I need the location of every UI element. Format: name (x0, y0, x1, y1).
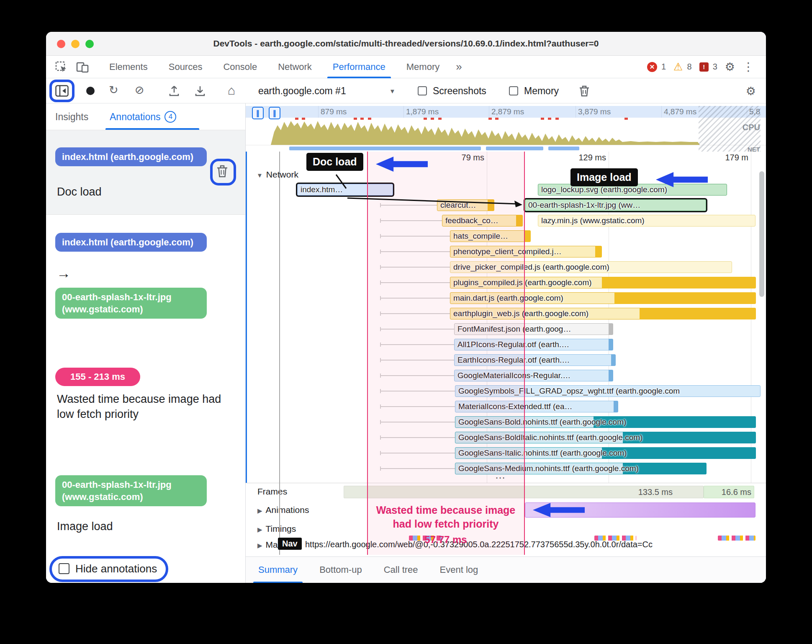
tab-performance[interactable]: Performance (322, 56, 396, 78)
request-label: FontManifest.json (earth.goog… (455, 324, 574, 335)
profile-select[interactable]: earth.google.com #1 (258, 85, 346, 97)
network-request[interactable]: plugins_compiled.js (earth.google.com) (450, 277, 755, 289)
network-request[interactable]: GoogleSymbols_FILL_GRAD_opsz_wght.ttf (e… (455, 385, 761, 397)
trash-icon[interactable] (216, 164, 229, 178)
network-request[interactable]: GoogleMaterialIcons-Regular.… (454, 370, 613, 381)
network-request[interactable]: feedback_co… (442, 215, 522, 227)
issues-icon[interactable]: ! (699, 62, 709, 72)
tab-insights[interactable]: Insights (55, 103, 88, 130)
tab-call-tree[interactable]: Call tree (373, 557, 429, 583)
disclosure-right-icon: ▶ (257, 526, 262, 533)
annotation-range-pill[interactable]: 155 - 213 ms (55, 368, 140, 386)
tab-event-log[interactable]: Event log (429, 557, 489, 583)
network-request[interactable]: GoogleSans-Medium.nohints.ttf (earth.goo… (455, 463, 706, 474)
memory-label: Memory (524, 85, 559, 97)
more-tabs-icon[interactable]: » (450, 60, 468, 73)
tab-sources[interactable]: Sources (158, 56, 213, 78)
network-track-header[interactable]: ▼Network (257, 170, 298, 180)
more-requests-ellipsis[interactable]: ⋯ (495, 472, 506, 484)
network-request[interactable]: 00-earth-splash-1x-ltr.jpg (ww… (525, 199, 706, 211)
track-selection-indicator (246, 152, 247, 483)
overview-tick: 3,879 ms (578, 107, 611, 116)
tab-summary[interactable]: Summary (247, 557, 308, 583)
download-profile-icon[interactable] (194, 85, 206, 97)
annotation-chip-image[interactable]: 00-earth-splash-1x-ltr.jpg (www.gstatic.… (55, 475, 207, 506)
warning-icon[interactable]: ⚠ (673, 62, 683, 72)
settings-gear-icon[interactable]: ⚙ (725, 60, 735, 74)
record-button[interactable] (86, 87, 95, 95)
network-request[interactable]: drive_picker_compiled.js (earth.google.c… (450, 261, 732, 273)
tab-network[interactable]: Network (267, 56, 322, 78)
reload-and-record-icon[interactable]: ↻ (109, 85, 118, 96)
network-request[interactable]: hats_compile… (450, 230, 530, 242)
network-request[interactable]: All1PIcons-Regular.otf (earth.… (454, 339, 613, 350)
tab-bottom-up[interactable]: Bottom-up (308, 557, 373, 583)
tab-memory[interactable]: Memory (396, 56, 450, 78)
hide-annotations-checkbox[interactable] (59, 563, 69, 574)
network-request[interactable]: earthplugin_web.js (earth.google.com) (450, 308, 755, 319)
annotation-card-doc-load[interactable] (46, 130, 245, 215)
navigation-start-line (279, 152, 280, 555)
home-icon[interactable]: ⌂ (228, 84, 235, 97)
request-whisker (380, 220, 442, 221)
network-request[interactable]: phenotype_client_compiled.j… (450, 246, 601, 258)
animations-label[interactable]: ▶Animations (257, 505, 309, 515)
network-request[interactable]: GoogleSans-BoldItalic.nohints.ttf (earth… (455, 432, 755, 443)
tab-console[interactable]: Console (213, 56, 267, 78)
tab-annotations[interactable]: Annotations 4 (110, 103, 176, 130)
hide-annotations-label: Hide annotations (75, 562, 157, 575)
disclosure-down-icon: ▼ (257, 172, 263, 179)
pause-handle-left-icon[interactable]: ∥ (252, 107, 264, 119)
minimize-window-button[interactable] (71, 40, 80, 48)
disclosure-right-icon: ▶ (257, 542, 262, 549)
error-icon[interactable]: ✕ (647, 62, 657, 72)
screenshots-label: Screenshots (433, 85, 486, 97)
inspect-element-icon[interactable] (55, 61, 67, 73)
upload-profile-icon[interactable] (168, 85, 180, 97)
request-label: clearcut… (437, 200, 479, 211)
annotation-chip-link-from[interactable]: index.html (earth.google.com) (55, 233, 207, 252)
main-label[interactable]: ▶Ma (257, 540, 278, 550)
tab-elements[interactable]: Elements (99, 56, 158, 78)
request-label: GoogleSans-Italic.nohints.ttf (earth.goo… (455, 448, 630, 459)
request-active-segment (488, 199, 494, 211)
device-toolbar-icon[interactable] (76, 61, 89, 73)
timeline-overview[interactable]: 879 ms1,879 ms2,879 ms3,879 ms4,879 ms5,… (246, 106, 766, 152)
request-label: lazy.min.js (www.gstatic.com) (538, 215, 648, 226)
chevron-down-icon[interactable]: ▼ (389, 88, 396, 95)
annotation-label-image-load: Image load (57, 520, 113, 533)
annotation-chip-index-html[interactable]: index.html (earth.google.com) (55, 147, 207, 166)
close-window-button[interactable] (57, 40, 65, 48)
clear-icon[interactable]: ⊘ (135, 85, 144, 96)
network-request[interactable]: index.htm… (297, 184, 393, 196)
network-request[interactable]: lazy.min.js (www.gstatic.com) (538, 215, 755, 227)
capture-settings-gear-icon[interactable]: ⚙ (746, 85, 756, 98)
kebab-menu-icon[interactable]: ⋮ (739, 60, 758, 74)
frames-track[interactable]: Frames 133.5 ms 16.6 ms (246, 483, 766, 501)
panel-toggle-icon[interactable] (55, 85, 69, 97)
network-request[interactable]: main.dart.js (earth.google.com) (450, 292, 755, 304)
collect-garbage-icon[interactable] (578, 85, 590, 97)
memory-checkbox[interactable] (509, 86, 518, 95)
net-overview (246, 145, 766, 152)
devtools-tab-strip: ElementsSourcesConsoleNetworkPerformance… (99, 56, 450, 78)
request-whisker (380, 236, 450, 237)
request-whisker (380, 422, 455, 422)
network-request[interactable]: GoogleSans-Italic.nohints.ttf (earth.goo… (455, 447, 755, 459)
network-request[interactable]: clearcut… (437, 199, 494, 211)
zoom-window-button[interactable] (85, 40, 94, 48)
request-label: GoogleSans-Medium.nohints.ttf (earth.goo… (455, 463, 642, 474)
request-label: earthplugin_web.js (earth.google.com) (450, 308, 591, 319)
screenshots-checkbox[interactable] (418, 86, 427, 95)
overview-tick: 2,879 ms (491, 107, 524, 116)
network-request[interactable]: EarthIcons-Regular.otf (earth.… (454, 354, 615, 366)
network-request[interactable]: FontManifest.json (earth.goog… (454, 323, 613, 335)
annotation-chip-link-to[interactable]: 00-earth-splash-1x-ltr.jpg (www.gstatic.… (55, 288, 207, 319)
network-request[interactable]: MaterialIcons-Extended.ttf (ea… (455, 401, 618, 412)
network-request[interactable]: GoogleSans-Bold.nohints.ttf (earth.googl… (455, 416, 755, 428)
request-whisker (380, 267, 450, 268)
timings-label[interactable]: ▶Timings (257, 524, 296, 534)
scrollbar-thumb[interactable] (759, 171, 764, 297)
waterfall-scrollbar[interactable] (759, 162, 764, 480)
pause-handle-right-icon[interactable]: ∥ (269, 107, 280, 119)
